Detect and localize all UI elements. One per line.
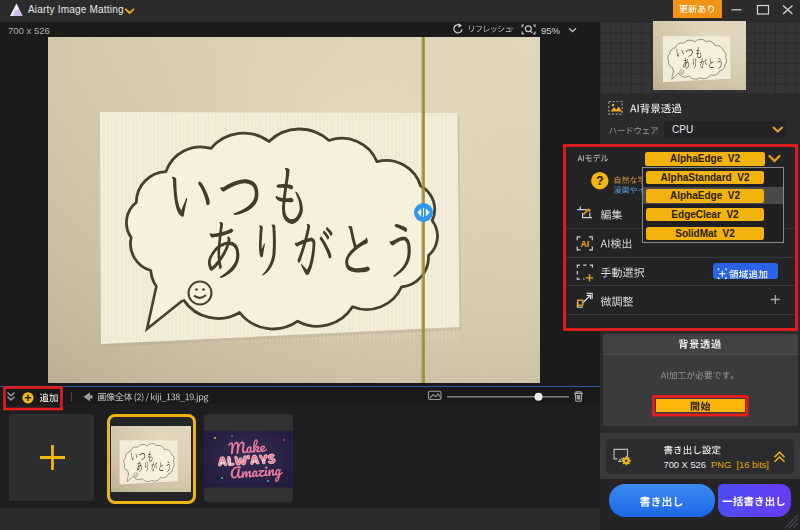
svg-text:AI: AI — [581, 239, 590, 249]
svg-text:?: ? — [596, 174, 604, 188]
